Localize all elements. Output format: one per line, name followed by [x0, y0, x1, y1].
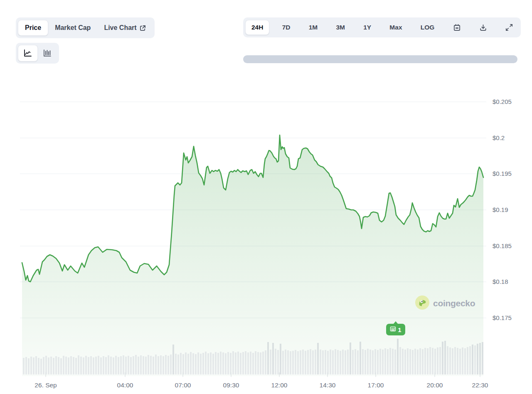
x-axis-label: 20:00 [427, 382, 443, 389]
annotation-count: 1 [398, 326, 401, 333]
y-axis-label: $0.185 [493, 242, 512, 250]
news-icon [390, 326, 396, 333]
x-axis-label: 12:00 [271, 382, 288, 389]
price-chart-canvas[interactable] [0, 0, 532, 394]
y-axis-label: $0.175 [493, 314, 512, 322]
y-axis-label: $0.2 [493, 134, 505, 142]
x-axis-label: 07:00 [175, 382, 191, 389]
x-axis-label: 09:30 [223, 382, 239, 389]
coingecko-logo-icon [415, 295, 430, 312]
x-axis-label: 22:30 [472, 382, 488, 389]
coingecko-watermark: coingecko [415, 295, 475, 312]
x-axis-label: 17:00 [368, 382, 384, 389]
y-axis-label: $0.18 [493, 278, 508, 286]
x-axis-label: 26. Sep [34, 382, 57, 389]
y-axis-label: $0.19 [493, 206, 508, 214]
y-axis-label: $0.195 [493, 170, 512, 177]
y-axis-label: $0.205 [493, 98, 512, 106]
coingecko-wordmark: coingecko [433, 298, 475, 308]
x-axis-label: 14:30 [320, 382, 336, 389]
x-axis-label: 04:00 [117, 382, 133, 389]
price-chart-page: Price Market Cap Live Chart [0, 0, 532, 394]
news-annotation-badge[interactable]: 1 [386, 324, 405, 335]
